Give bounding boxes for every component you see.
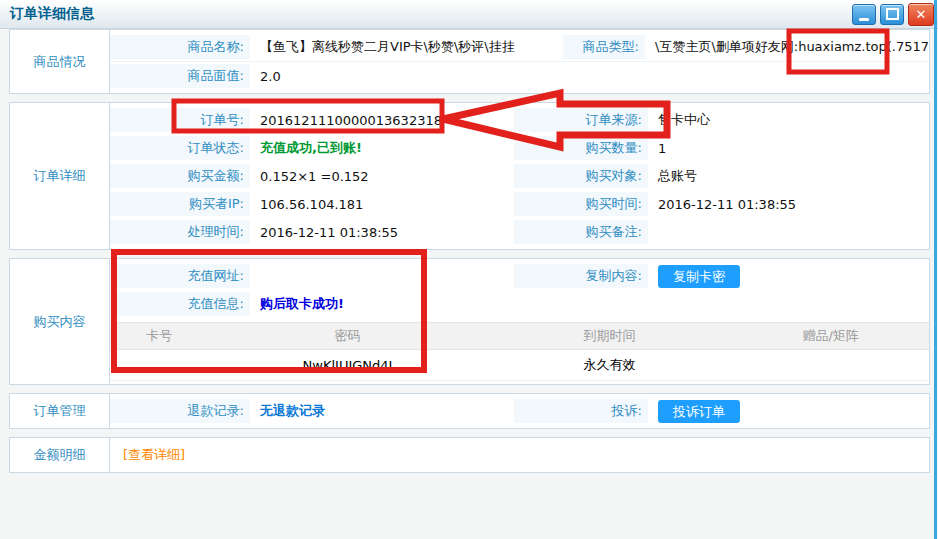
section-label-purchase: 购买内容 — [10, 259, 110, 384]
management-content: 退款记录: 无退款记录 投诉: 投诉订单 — [110, 394, 929, 428]
window-controls: ✕ — [852, 3, 934, 26]
complaint-label: 投诉: — [514, 399, 648, 423]
amount-content: [查看详细] — [110, 438, 929, 472]
section-label-product: 商品情况 — [10, 30, 110, 93]
section-amount-detail: 金额明细 [查看详细] — [9, 437, 930, 473]
section-label-management: 订单管理 — [10, 394, 110, 428]
section-product-info: 商品情况 商品名称: 【鱼飞】离线秒赞二月VIP卡\秒赞\秒评\挂挂 商品类型:… — [9, 29, 930, 94]
row-product-face-value: 商品面值: 2.0 — [110, 62, 929, 90]
row-amount-detail: [查看详细] — [110, 441, 929, 469]
maximize-button[interactable] — [880, 4, 904, 25]
recharge-url-label: 充值网址: — [110, 264, 250, 288]
purchase-content: 充值网址: 复制内容: 复制卡密 充值信息: 购后取卡成功! 卡号 密码 到期时… — [110, 259, 929, 384]
header-card-number: 卡号 — [110, 327, 208, 345]
minimize-button[interactable] — [852, 4, 876, 25]
product-type-label: 商品类型: — [563, 35, 645, 59]
section-label-order: 订单详细 — [10, 103, 110, 249]
cell-password: NwKlJUJGNd4J — [208, 358, 486, 373]
copy-card-secret-button[interactable]: 复制卡密 — [658, 265, 740, 288]
card-table: 卡号 密码 到期时间 赠品/矩阵 NwKlJUJGNd4J 永久有效 — [110, 322, 929, 381]
buyer-ip-label: 购买者IP: — [110, 192, 250, 216]
close-icon: ✕ — [916, 7, 927, 22]
product-name-value: 【鱼飞】离线秒赞二月VIP卡\秒赞\秒评\挂挂 — [250, 38, 563, 56]
row-recharge-url: 充值网址: 复制内容: 复制卡密 — [110, 262, 929, 290]
section-purchase-content: 购买内容 充值网址: 复制内容: 复制卡密 充值信息: 购后取卡成功! 卡号 密… — [9, 258, 930, 385]
buy-time-value: 2016-12-11 01:38:55 — [648, 197, 929, 212]
header-expiry-time: 到期时间 — [487, 327, 733, 345]
order-detail-window: 订单详细信息 ✕ 商品情况 商品名称: 【鱼飞】离线秒赞二月VIP卡\秒赞\秒评… — [0, 0, 938, 539]
buy-quantity-value: 1 — [648, 141, 929, 156]
buy-target-value: 总账号 — [648, 167, 929, 185]
copy-content-cell: 复制卡密 — [648, 265, 929, 288]
product-type-value: \互赞主页\删单项好友网:huaxiamz.top(.7517 — [645, 38, 929, 56]
row-refund: 退款记录: 无退款记录 投诉: 投诉订单 — [110, 397, 929, 425]
section-label-amount: 金额明细 — [10, 438, 110, 472]
process-time-label: 处理时间: — [110, 220, 250, 244]
section-product-content: 商品名称: 【鱼飞】离线秒赞二月VIP卡\秒赞\秒评\挂挂 商品类型: \互赞主… — [110, 30, 929, 93]
row-buyer-ip: 购买者IP: 106.56.104.181 购买时间: 2016-12-11 0… — [110, 190, 929, 218]
row-buy-amount: 购买金额: 0.152×1 =0.152 购买对象: 总账号 — [110, 162, 929, 190]
buy-time-label: 购买时间: — [514, 192, 648, 216]
recharge-info-label: 充值信息: — [110, 292, 250, 316]
row-product-name: 商品名称: 【鱼飞】离线秒赞二月VIP卡\秒赞\秒评\挂挂 商品类型: \互赞主… — [110, 33, 929, 62]
header-password: 密码 — [208, 327, 486, 345]
window-right-border — [934, 0, 937, 539]
section-order-content: 订单号: 2016121110000013632318 订单来源: 售卡中心 订… — [110, 103, 929, 249]
process-time-value: 2016-12-11 01:38:55 — [250, 225, 514, 240]
order-status-label: 订单状态: — [110, 136, 250, 160]
buy-remark-label: 购买备注: — [514, 220, 648, 244]
order-number-label: 订单号: — [110, 108, 250, 132]
section-order-detail: 订单详细 订单号: 2016121110000013632318 订单来源: 售… — [9, 102, 930, 250]
minimize-icon — [859, 18, 869, 21]
row-recharge-info: 充值信息: 购后取卡成功! — [110, 290, 929, 318]
product-name-label: 商品名称: — [110, 35, 250, 59]
buy-amount-value: 0.152×1 =0.152 — [250, 169, 514, 184]
buy-amount-label: 购买金额: — [110, 164, 250, 188]
refund-record-label: 退款记录: — [110, 399, 250, 423]
row-process-time: 处理时间: 2016-12-11 01:38:55 购买备注: — [110, 218, 929, 246]
close-button[interactable]: ✕ — [908, 3, 934, 26]
cell-expiry-time: 永久有效 — [487, 356, 733, 374]
product-face-label: 商品面值: — [110, 64, 250, 88]
product-face-value: 2.0 — [250, 69, 929, 84]
refund-record-value: 无退款记录 — [250, 402, 514, 420]
copy-content-label: 复制内容: — [514, 264, 648, 288]
recharge-info-value: 购后取卡成功! — [250, 295, 929, 313]
complain-order-button[interactable]: 投诉订单 — [658, 400, 740, 423]
complaint-cell: 投诉订单 — [648, 400, 929, 423]
row-order-number: 订单号: 2016121110000013632318 订单来源: 售卡中心 — [110, 106, 929, 134]
card-table-row: NwKlJUJGNd4J 永久有效 — [110, 350, 929, 381]
order-source-value: 售卡中心 — [648, 111, 929, 129]
order-source-label: 订单来源: — [514, 108, 648, 132]
buyer-ip-value: 106.56.104.181 — [250, 197, 514, 212]
section-order-management: 订单管理 退款记录: 无退款记录 投诉: 投诉订单 — [9, 393, 930, 429]
buy-quantity-label: 购买数量: — [514, 136, 648, 160]
card-table-header: 卡号 密码 到期时间 赠品/矩阵 — [110, 322, 929, 350]
header-gift-matrix: 赠品/矩阵 — [732, 327, 929, 345]
page-title: 订单详细信息 — [10, 5, 94, 23]
row-order-status: 订单状态: 充值成功,已到账! 购买数量: 1 — [110, 134, 929, 162]
titlebar: 订单详细信息 ✕ — [0, 0, 938, 29]
order-status-value: 充值成功,已到账! — [250, 139, 514, 157]
buy-target-label: 购买对象: — [514, 164, 648, 188]
view-detail-link[interactable]: [查看详细] — [110, 446, 185, 464]
order-number-value: 2016121110000013632318 — [250, 113, 514, 128]
maximize-icon — [886, 8, 899, 20]
